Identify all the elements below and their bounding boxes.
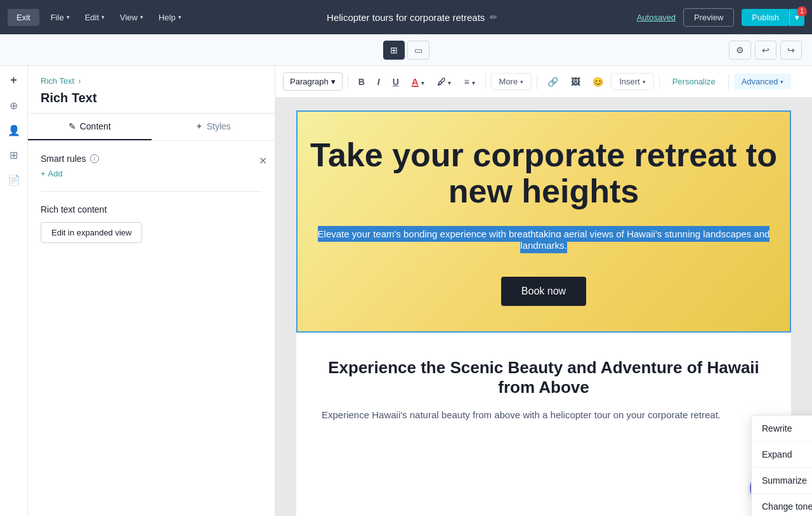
emoji-button[interactable]: 😊	[587, 73, 608, 91]
personalize-button[interactable]: Personalize	[665, 74, 723, 89]
hero-subtitle-wrap: Elevate your team's bonding experience w…	[310, 228, 777, 251]
desktop-icon: ⊞	[390, 45, 398, 55]
edit-chevron-icon: ▾	[102, 14, 105, 20]
separator-4	[659, 74, 660, 89]
highlight-icon: 🖊	[437, 77, 446, 87]
ai-summarize-option[interactable]: Summarize	[752, 467, 812, 493]
layers-icon[interactable]: ⊕	[10, 100, 18, 112]
separator-5	[728, 74, 729, 89]
toolbar-actions: ⚙ ↩ ↪	[729, 41, 802, 60]
more-chevron-icon: ▾	[520, 79, 523, 85]
canvas-area: Paragraph ▾ B I U A ▾ 🖊 ▾ ≡ ▾ More ▾	[275, 66, 812, 516]
ai-rewrite-option[interactable]: Rewrite	[752, 416, 812, 441]
components-icon[interactable]: ⊞	[10, 149, 18, 161]
image-icon: 🖼	[571, 77, 580, 87]
left-icon-strip: + ⊕ 👤 ⊞ 📄	[0, 66, 28, 516]
bold-button[interactable]: B	[353, 73, 370, 91]
ai-change-tone-option[interactable]: Change tone ›	[752, 493, 812, 516]
insert-chevron-icon: ▾	[643, 79, 646, 85]
paragraph-dropdown[interactable]: Paragraph ▾	[283, 72, 343, 91]
text-color-chevron: ▾	[421, 80, 424, 86]
divider	[41, 191, 262, 192]
notification-badge: 1	[797, 6, 807, 17]
more-button[interactable]: More ▾	[491, 73, 532, 90]
hero-subtitle: Elevate your team's bonding experience w…	[318, 226, 770, 253]
panel-tabs: ✎ Content ✦ Styles	[28, 114, 275, 141]
highlight-button[interactable]: 🖊 ▾	[432, 73, 457, 91]
emoji-icon: 😊	[593, 77, 603, 87]
content-section: Experience the Scenic Beauty and Adventu…	[296, 333, 791, 435]
smart-rules-info-icon[interactable]: i	[90, 154, 99, 163]
editor-scroll[interactable]: Take your corporate retreat to new heigh…	[275, 98, 812, 516]
mobile-view-button[interactable]: ▭	[407, 41, 429, 60]
ai-expand-option[interactable]: Expand	[752, 441, 812, 467]
align-icon: ≡	[464, 77, 469, 87]
add-smart-rule-button[interactable]: + Add	[41, 169, 262, 178]
paragraph-chevron-icon: ▾	[331, 77, 336, 86]
breadcrumb[interactable]: Rich Text ›	[41, 76, 262, 86]
highlight-chevron: ▾	[448, 80, 451, 86]
undo-button[interactable]: ↩	[755, 41, 776, 60]
add-element-icon[interactable]: +	[10, 74, 17, 87]
hero-section[interactable]: Take your corporate retreat to new heigh…	[296, 110, 791, 333]
page-title: Helicopter tours for corporate retreats …	[190, 12, 634, 23]
file-chevron-icon: ▾	[67, 14, 70, 20]
separator-3	[537, 74, 537, 89]
plus-icon: +	[41, 169, 46, 178]
insert-button[interactable]: Insert ▾	[611, 73, 654, 90]
view-menu-button[interactable]: View ▾	[114, 9, 150, 26]
smart-rules-label: Smart rules i	[41, 154, 262, 164]
device-bar: ⊞ ▭ ⚙ ↩ ↪	[0, 34, 812, 66]
content-title: Experience the Scenic Beauty and Adventu…	[322, 358, 766, 397]
editor-toolbar: Paragraph ▾ B I U A ▾ 🖊 ▾ ≡ ▾ More ▾	[275, 66, 812, 98]
top-navbar: Exit File ▾ Edit ▾ View ▾ Help ▾ Helicop…	[0, 0, 812, 34]
help-chevron-icon: ▾	[178, 14, 181, 20]
edit-expanded-button[interactable]: Edit in expanded view	[41, 222, 142, 243]
left-panel: Rich Text › Rich Text ✕ ✎ Content ✦ Styl…	[28, 66, 275, 516]
hero-title: Take your corporate retreat to new heigh…	[310, 137, 777, 209]
italic-button[interactable]: I	[372, 73, 385, 91]
ai-context-menu: Rewrite Expand Summarize Change tone ›	[751, 415, 812, 516]
user-icon[interactable]: 👤	[8, 124, 20, 136]
publish-group: Publish ▾ 1	[742, 9, 804, 26]
edit-title-icon[interactable]: ✏	[490, 12, 497, 22]
separator-1	[348, 74, 348, 89]
mobile-icon: ▭	[414, 45, 422, 55]
align-chevron: ▾	[472, 80, 475, 86]
desktop-view-button[interactable]: ⊞	[383, 41, 405, 60]
file-menu-button[interactable]: File ▾	[44, 9, 76, 26]
close-panel-button[interactable]: ✕	[259, 155, 267, 167]
separator-2	[485, 74, 486, 89]
tab-styles[interactable]: ✦ Styles	[152, 114, 275, 140]
tab-content[interactable]: ✎ Content	[28, 114, 152, 140]
exit-button[interactable]: Exit	[8, 9, 39, 26]
align-button[interactable]: ≡ ▾	[459, 73, 480, 91]
text-color-icon: A	[412, 76, 419, 87]
help-menu-button[interactable]: Help ▾	[152, 9, 188, 26]
preview-button[interactable]: Preview	[683, 8, 734, 27]
styles-tab-icon: ✦	[195, 121, 203, 131]
hero-cta-button[interactable]: Book now	[501, 277, 586, 306]
panel-title: Rich Text	[41, 91, 262, 105]
edit-menu-button[interactable]: Edit ▾	[79, 9, 111, 26]
breadcrumb-arrow-icon: ›	[78, 76, 81, 86]
text-color-button[interactable]: A ▾	[407, 72, 429, 91]
content-tab-icon: ✎	[69, 121, 76, 131]
editor-page: Take your corporate retreat to new heigh…	[296, 110, 791, 516]
panel-header: Rich Text › Rich Text	[28, 66, 275, 114]
pages-icon[interactable]: 📄	[8, 174, 20, 186]
main-layout: + ⊕ 👤 ⊞ 📄 Rich Text › Rich Text ✕ ✎ Cont…	[0, 66, 812, 516]
underline-button[interactable]: U	[388, 73, 404, 91]
advanced-button[interactable]: Advanced ▾	[734, 74, 792, 89]
image-button[interactable]: 🖼	[566, 73, 585, 91]
rich-text-content-label: Rich text content	[41, 204, 262, 215]
advanced-chevron-icon: ▾	[780, 79, 783, 85]
content-text: Experience Hawaii's natural beauty from …	[322, 407, 766, 423]
redo-button[interactable]: ↪	[780, 41, 802, 60]
autosaved-link[interactable]: Autosaved	[637, 13, 676, 22]
link-button[interactable]: 🔗	[542, 73, 563, 91]
publish-button[interactable]: Publish	[742, 9, 789, 26]
panel-content: Smart rules i + Add Rich text content Ed…	[28, 141, 275, 516]
settings-button[interactable]: ⚙	[729, 41, 751, 60]
link-icon: 🔗	[547, 77, 558, 87]
